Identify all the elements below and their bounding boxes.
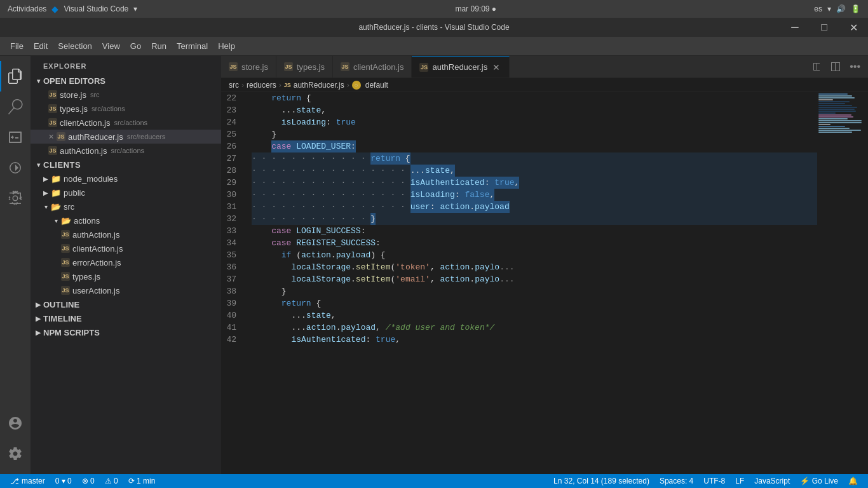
tab-types[interactable]: JS types.js (276, 56, 333, 78)
status-branch[interactable]: ⎇ master (5, 474, 50, 488)
menu-go[interactable]: Go (125, 39, 146, 53)
tab-close-button[interactable]: ✕ (491, 62, 501, 72)
clients-label: CLIENTS (43, 160, 81, 170)
file-errorAction[interactable]: JS errorAction.js (31, 255, 221, 269)
sidebar: EXPLORER ▾ OPEN EDITORS JS store.js src … (31, 56, 221, 474)
menu-file[interactable]: File (5, 39, 29, 53)
breadcrumb-file[interactable]: JS authReducer.js (284, 81, 344, 90)
minimap-line (818, 112, 836, 114)
clients-header[interactable]: ▾ CLIENTS (31, 158, 221, 172)
timeline-header[interactable]: ▶ TIMELINE (31, 311, 221, 325)
clientaction-label: clientAction.js (72, 244, 123, 254)
tab-store[interactable]: JS store.js (221, 56, 276, 78)
code-line-25: } (252, 128, 817, 140)
status-golive[interactable]: ⚡ Go Live (795, 474, 843, 488)
minimap-line (818, 93, 848, 95)
activity-source-control[interactable] (0, 122, 31, 152)
system-bar-left: Actividades ◆ Visual Studio Code ▾ (8, 4, 137, 14)
maximize-button[interactable]: □ (810, 18, 839, 37)
minimap-line (818, 124, 831, 125)
tab-clientAction[interactable]: JS clientAction.js (333, 56, 412, 78)
status-language[interactable]: JavaScript (749, 474, 795, 488)
menu-selection[interactable]: Selection (53, 39, 97, 53)
status-timer[interactable]: ⟳ 1 min (123, 474, 161, 488)
open-editors-arrow: ▾ (33, 76, 43, 86)
file-authAction[interactable]: JS authAction.js (31, 227, 221, 241)
activity-explorer[interactable] (0, 61, 31, 92)
open-editor-types[interactable]: JS types.js src/actions (31, 102, 221, 116)
code-line-36: localStorage.setItem('token', action.pay… (252, 261, 817, 273)
open-editor-authReducer[interactable]: ✕ JS authReducer.js src/reducers (31, 130, 221, 144)
code-area[interactable]: return { ...state, isLoading: true } (247, 92, 817, 474)
menu-view[interactable]: View (97, 39, 125, 53)
more-actions-button[interactable]: ••• (847, 58, 863, 75)
activities-label[interactable]: Actividades (8, 4, 46, 13)
status-encoding[interactable]: UTF-8 (698, 474, 730, 488)
vscode-label[interactable]: Visual Studio Code (64, 4, 128, 13)
activity-extensions[interactable] (0, 183, 31, 214)
tab-types-label: types.js (297, 62, 325, 72)
menu-help[interactable]: Help (213, 39, 240, 53)
useraction-label: userAction.js (72, 286, 119, 295)
folder-src[interactable]: ▾ 📂 src (31, 200, 221, 214)
editor-content[interactable]: 22 23 24 25 26 27 28 29 30 31 32 33 34 3… (221, 92, 868, 474)
status-eol[interactable]: LF (730, 474, 749, 488)
activity-accounts[interactable] (0, 408, 31, 438)
breadcrumb-reducers[interactable]: reducers (247, 81, 276, 90)
file-authreducer-path: src/reducers (127, 133, 166, 140)
folder-node-modules[interactable]: ▶ 📁 node_modules (31, 172, 221, 186)
editor-scroll[interactable]: 22 23 24 25 26 27 28 29 30 31 32 33 34 3… (221, 92, 817, 474)
src-arrow: ▾ (41, 201, 51, 212)
open-editors-header[interactable]: ▾ OPEN EDITORS (31, 74, 221, 88)
system-bar-right: es ▾ 🔊 🔋 (814, 4, 860, 13)
git-icon: ⎇ (10, 477, 19, 485)
tab-authReducer[interactable]: JS authReducer.js ✕ (412, 56, 510, 78)
status-warnings[interactable]: ⚠ 0 (100, 474, 123, 488)
folder-public[interactable]: ▶ 📁 public (31, 186, 221, 200)
status-spaces[interactable]: Spaces: 4 (654, 474, 698, 488)
close-button[interactable]: ✕ (839, 18, 868, 37)
status-sync[interactable]: 0 ▾ 0 (50, 474, 77, 488)
main-layout: EXPLORER ▾ OPEN EDITORS JS store.js src … (0, 56, 868, 474)
file-userAction[interactable]: JS userAction.js (31, 283, 221, 297)
breadcrumb-sep1: › (241, 81, 244, 90)
breadcrumb-sep2: › (279, 81, 281, 90)
code-line-41: ...action.payload, /*add user and token*… (252, 322, 817, 334)
tab-clientaction-label: clientAction.js (353, 62, 403, 72)
status-errors[interactable]: ⊗ 0 (77, 474, 100, 488)
minimize-button[interactable]: ─ (780, 18, 810, 37)
activity-run[interactable] (0, 152, 31, 183)
breadcrumb-default[interactable]: ○ default (352, 81, 388, 90)
menu-edit[interactable]: Edit (29, 39, 53, 53)
minimap-line (818, 109, 855, 110)
menu-terminal[interactable]: Terminal (172, 39, 213, 53)
layout-button[interactable] (828, 59, 843, 74)
file-clientAction-tree[interactable]: JS clientAction.js (31, 241, 221, 255)
open-editor-clientAction[interactable]: JS clientAction.js src/actions (31, 116, 221, 130)
npm-scripts-header[interactable]: ▶ NPM SCRIPTS (31, 325, 221, 339)
file-types-tree[interactable]: JS types.js (31, 269, 221, 283)
open-editor-store[interactable]: JS store.js src (31, 88, 221, 102)
split-editor-button[interactable] (809, 59, 824, 74)
status-notifications[interactable]: 🔔 (843, 474, 863, 488)
authaction-label: authAction.js (72, 230, 119, 240)
warnings-label: ⚠ 0 (105, 477, 118, 485)
modified-indicator[interactable]: ✕ (48, 133, 54, 141)
menu-run[interactable]: Run (146, 39, 172, 53)
minimap-line (818, 120, 862, 121)
tab-store-icon: JS (229, 62, 238, 71)
minimap-line (818, 128, 850, 129)
outline-header[interactable]: ▶ OUTLINE (31, 297, 221, 311)
open-editor-authAction[interactable]: JS authAction.js src/actions (31, 144, 221, 158)
file-types-label: types.js (60, 104, 88, 114)
status-position[interactable]: Ln 32, Col 14 (189 selected) (548, 474, 654, 488)
lang-label[interactable]: es (814, 4, 822, 13)
code-line-23: ...state, (252, 104, 817, 116)
minimap-line (818, 114, 851, 116)
folder-actions[interactable]: ▾ 📂 actions (31, 214, 221, 227)
activity-settings[interactable] (0, 438, 31, 469)
js-icon: JS (61, 258, 70, 267)
vscode-chevron[interactable]: ▾ (133, 4, 137, 13)
activity-search[interactable] (0, 92, 31, 122)
breadcrumb-src[interactable]: src (229, 81, 239, 90)
